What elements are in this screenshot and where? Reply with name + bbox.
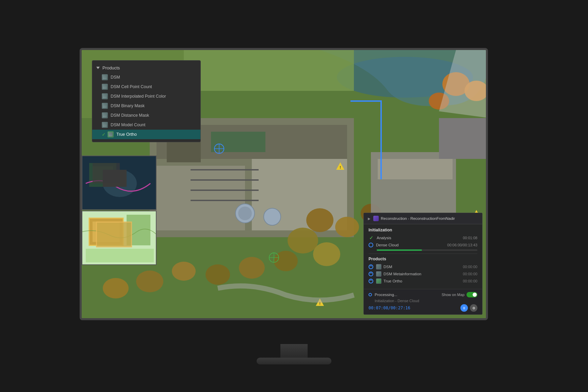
stand-base <box>257 358 331 364</box>
dsm-meta-prod-name: DSM Metainformation <box>383 272 463 276</box>
svg-rect-32 <box>439 118 486 159</box>
dense-cloud-name: Dense Cloud <box>376 243 444 247</box>
product-item-dsm-interp[interactable]: DSM Interpolated Point Color <box>92 92 200 101</box>
prod-dsm-meta-row: DSM Metainformation 00:00:00 <box>369 271 477 277</box>
control-icons: ⏸ ⚙ <box>460 304 477 312</box>
true-ortho-icon <box>108 131 114 137</box>
products-section-title: Products <box>369 257 477 261</box>
analysis-time: 00:01:08 <box>463 236 477 240</box>
dsm-icon <box>102 74 108 80</box>
dsm-prod-name: DSM <box>383 265 463 269</box>
products-header: Products <box>92 63 200 72</box>
dsm-meta-prod-time: 00:00:00 <box>463 272 477 276</box>
reconstruction-body: Initialization ✓ Analysis 00:01:08 Dense… <box>364 224 482 289</box>
monitor: ! ! ! <box>80 48 508 344</box>
stand-neck <box>280 344 308 358</box>
svg-point-19 <box>306 208 333 232</box>
product-item-true-ortho[interactable]: ✓ True Ortho <box>92 130 200 139</box>
scene: ! ! ! <box>56 26 532 366</box>
dense-cloud-progress-bar <box>377 249 477 251</box>
show-on-map-label: Show on Map <box>442 293 464 297</box>
svg-point-22 <box>288 228 318 254</box>
analysis-name: Analysis <box>377 236 460 240</box>
true-ortho-label: True Ortho <box>116 132 137 137</box>
collapse-icon[interactable] <box>96 67 100 69</box>
dsm-model-label: DSM Model Count <box>111 122 145 127</box>
timer-row: 00:07:08/00:27:16 ⏸ ⚙ <box>369 304 477 312</box>
true-ortho-prod-icon <box>376 278 381 284</box>
prod-true-ortho-row: True Ortho 00:00:00 <box>369 278 477 284</box>
task-analysis: ✓ Analysis 00:01:08 <box>369 235 477 241</box>
show-on-map[interactable]: Show on Map <box>442 292 477 297</box>
svg-point-25 <box>239 257 265 279</box>
status-sub-text: Initialization - Dense Cloud <box>369 299 477 303</box>
divider-1 <box>369 254 477 254</box>
analysis-done-icon: ✓ <box>369 235 374 241</box>
product-item-dsm-binary[interactable]: DSM Binary Mask <box>92 101 200 111</box>
settings-button[interactable]: ⚙ <box>470 304 477 312</box>
svg-point-26 <box>206 264 230 285</box>
svg-point-20 <box>335 217 359 237</box>
svg-rect-52 <box>103 170 127 187</box>
svg-point-12 <box>264 208 281 225</box>
svg-rect-2 <box>184 50 354 91</box>
svg-rect-16 <box>191 200 259 201</box>
svg-rect-31 <box>378 159 453 179</box>
product-item-dsm-distance[interactable]: DSM Distance Mask <box>92 111 200 120</box>
dsm-distance-label: DSM Distance Mask <box>111 113 149 118</box>
product-item-dsm-model[interactable]: DSM Model Count <box>92 120 200 130</box>
recon-collapse-icon[interactable]: ▶ <box>368 217 371 220</box>
dsm-interp-label: DSM Interpolated Point Color <box>111 94 166 99</box>
monitor-screen: ! ! ! <box>80 48 488 320</box>
true-ortho-prod-name: True Ortho <box>383 279 463 283</box>
reconstruction-icon <box>373 216 379 221</box>
svg-rect-48 <box>82 156 157 210</box>
dsm-label: DSM <box>111 75 120 80</box>
products-panel: Products DSM DSM Cell Point Count DSM In… <box>92 60 201 142</box>
thumbnail-1 <box>82 156 157 210</box>
svg-rect-49 <box>89 163 116 187</box>
svg-rect-15 <box>191 190 259 191</box>
dsm-prod-icon <box>376 264 381 270</box>
dsm-meta-wait-icon <box>369 272 373 276</box>
show-on-map-toggle[interactable] <box>467 292 477 297</box>
dsm-prod-time: 00:00:00 <box>463 265 477 269</box>
svg-rect-56 <box>86 249 154 262</box>
reconstruction-header: ▶ Reconstruction - ReconstructionFromNad… <box>364 213 482 224</box>
reconstruction-title: Reconstruction - ReconstructionFromNadir <box>381 216 455 220</box>
dsm-meta-prod-icon <box>376 271 381 277</box>
dsm-binary-icon <box>102 103 108 109</box>
monitor-stand <box>257 344 331 364</box>
status-bar: Processing... Show on Map Initialization… <box>364 289 482 314</box>
initialization-title: Initialization <box>369 228 477 232</box>
dsm-binary-label: DSM Binary Mask <box>111 103 145 108</box>
dsm-interp-icon <box>102 93 108 99</box>
products-title: Products <box>102 65 120 70</box>
svg-rect-50 <box>93 166 113 183</box>
dense-cloud-progress-icon <box>369 243 373 247</box>
thumbnail-panel <box>82 156 160 320</box>
reconstruction-panel: ▶ Reconstruction - ReconstructionFromNad… <box>363 213 483 315</box>
dsm-model-icon <box>102 122 108 128</box>
svg-point-23 <box>313 242 340 266</box>
dsm-distance-icon <box>102 112 108 118</box>
pause-button[interactable]: ⏸ <box>460 304 468 312</box>
dsm-cell-icon <box>102 84 108 90</box>
dense-cloud-progress-fill <box>377 249 422 251</box>
product-item-dsm-cell[interactable]: DSM Cell Point Count <box>92 82 200 92</box>
task-dense-cloud: Dense Cloud 00:06:00/00:13:43 <box>369 243 477 247</box>
dsm-cell-label: DSM Cell Point Count <box>111 84 152 89</box>
thumbnail-2 <box>82 211 157 265</box>
processing-label: Processing... <box>375 293 442 297</box>
checkmark-icon: ✓ <box>102 132 105 137</box>
prod-dsm-row: DSM 00:00:00 <box>369 264 477 270</box>
status-dot-icon <box>369 293 372 296</box>
svg-rect-14 <box>191 179 259 181</box>
svg-rect-13 <box>191 169 259 170</box>
svg-text:!: ! <box>340 165 341 169</box>
product-item-dsm[interactable]: DSM <box>92 72 200 82</box>
svg-point-27 <box>172 262 196 281</box>
true-ortho-prod-time: 00:00:00 <box>463 279 477 283</box>
dense-cloud-time: 00:06:00/00:13:43 <box>447 243 477 247</box>
status-row: Processing... Show on Map <box>369 292 477 297</box>
